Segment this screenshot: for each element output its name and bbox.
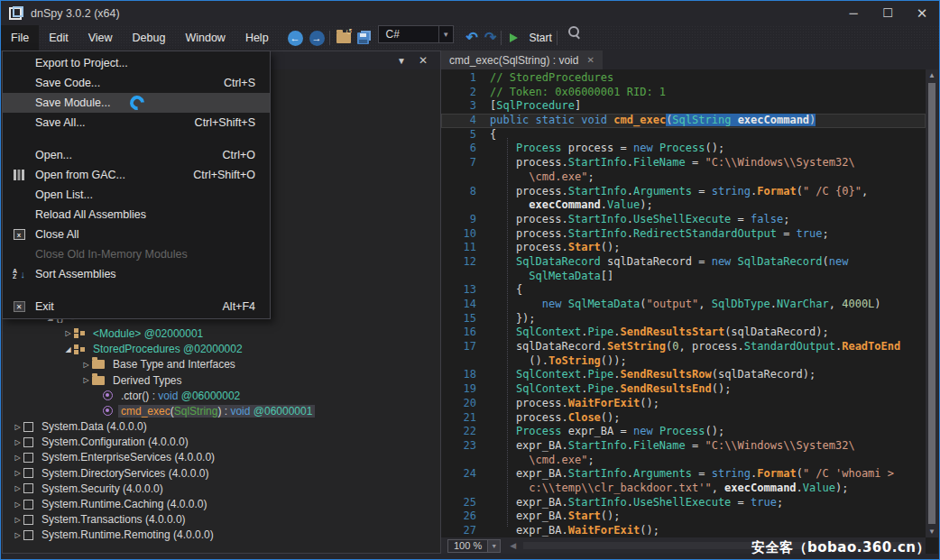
tree-row[interactable]: ▷System.DirectoryServices (4.0.0.0) xyxy=(3,465,440,481)
menu-item-label: Close Old In-Memory Modules xyxy=(35,248,188,261)
expand-expanded-icon[interactable]: ◢ xyxy=(62,345,74,353)
close-panel-icon[interactable]: ✕ xyxy=(419,54,428,67)
chevron-down-icon[interactable]: ▼ xyxy=(438,26,453,42)
menu-help[interactable]: Help xyxy=(235,25,279,50)
tree-row[interactable]: ▷Derived Types xyxy=(3,372,440,388)
expand-collapsed-icon[interactable]: ▷ xyxy=(12,454,23,462)
menu-item-open-from-gac[interactable]: Open from GAC...Ctrl+Shift+O xyxy=(3,165,270,185)
tree-item-label: .ctor() : void @06000002 xyxy=(118,390,243,402)
menu-item-shortcut: Ctrl+O xyxy=(223,149,255,161)
menu-item-open[interactable]: Open...Ctrl+O xyxy=(3,145,270,165)
tab-cmd-exec[interactable]: cmd_exec(SqlString) : void ✕ xyxy=(441,50,603,69)
expand-collapsed-icon[interactable]: ▷ xyxy=(12,469,23,477)
code-text: process.StartInfo.Arguments = string.For… xyxy=(490,185,868,199)
expand-collapsed-icon[interactable]: ▷ xyxy=(12,484,23,492)
expand-collapsed-icon[interactable]: ▷ xyxy=(12,531,23,539)
menu-item-sort-assemblies[interactable]: Sort Assemblies xyxy=(3,264,270,284)
code-text: \cmd.exe"; xyxy=(490,454,594,468)
expand-collapsed-icon[interactable]: ▷ xyxy=(12,500,23,509)
code-text: SqlContext.Pipe.SendResultsStart(sqlData… xyxy=(490,326,829,340)
tree-item-label: StoredProcedures @02000002 xyxy=(90,343,245,355)
tree-row[interactable]: .ctor() : void @06000002 xyxy=(3,388,440,403)
menu-item-export-to-project[interactable]: Export to Project... xyxy=(3,53,270,73)
line-number: 16 xyxy=(441,326,490,340)
tree-row[interactable]: ▷Base Type and Interfaces xyxy=(3,357,440,372)
code-line: 3[SqlProcedure] xyxy=(441,99,926,114)
tree-item-label: System.Security (4.0.0.0) xyxy=(39,482,166,495)
navigate-forward-icon[interactable]: → xyxy=(309,31,325,46)
line-number: 26 xyxy=(441,510,490,524)
scroll-down-icon[interactable]: ▼ xyxy=(928,526,935,537)
menu-item-reload-all-assemblies[interactable]: Reload All Assemblies xyxy=(3,205,270,225)
zoom-select[interactable]: 100 % ▼ xyxy=(447,539,501,553)
menu-item-save-code[interactable]: Save Code...Ctrl+S xyxy=(3,73,270,93)
tree-row[interactable]: ▷System.Runtime.Remoting (4.0.0.0) xyxy=(3,528,440,543)
tree-row[interactable]: cmd_exec(SqlString) : void @06000001 xyxy=(3,403,440,418)
code-text: expr_BA.WaitForExit(); xyxy=(490,524,659,537)
line-number: 4 xyxy=(441,114,490,128)
expand-collapsed-icon[interactable]: ▷ xyxy=(62,329,74,337)
exit-icon xyxy=(14,301,25,312)
undo-icon[interactable]: ↶ xyxy=(466,31,478,45)
indent-guide xyxy=(507,138,508,527)
tree-row[interactable]: ▷System.Transactions (4.0.0.0) xyxy=(3,512,440,528)
sort-icon xyxy=(13,269,25,280)
method-icon xyxy=(103,390,113,400)
expand-collapsed-icon[interactable]: ▷ xyxy=(12,423,23,431)
decompiled-code[interactable]: 1// StoredProcedures2// Token: 0x0600000… xyxy=(441,69,926,537)
tree-row[interactable]: ▷System.Security (4.0.0.0) xyxy=(3,481,440,496)
menu-view[interactable]: View xyxy=(78,25,123,50)
line-number xyxy=(441,354,490,369)
tree-row[interactable]: ▷System.Runtime.Caching (4.0.0.0) xyxy=(3,496,440,511)
language-select[interactable]: C# ▼ xyxy=(378,25,454,43)
scroll-up-icon[interactable]: ▲ xyxy=(928,69,935,81)
menu-file[interactable]: File xyxy=(1,25,39,50)
tree-row[interactable]: ▷System.Configuration (4.0.0.0) xyxy=(3,435,440,450)
tree-row[interactable]: ◢StoredProcedures @02000002 xyxy=(3,342,440,357)
expand-collapsed-icon[interactable]: ▷ xyxy=(12,438,23,446)
navigate-back-icon[interactable]: ← xyxy=(288,31,303,46)
open-file-icon[interactable] xyxy=(336,32,351,43)
menu-item-save-all[interactable]: Save All...Ctrl+Shift+S xyxy=(3,113,270,133)
tree-row[interactable]: ▷System.Data (4.0.0.0) xyxy=(3,419,440,435)
menu-item-close-all[interactable]: Close All xyxy=(3,225,270,244)
code-text: SqlMetaData[] xyxy=(490,270,613,284)
menu-window[interactable]: Window xyxy=(175,25,235,50)
code-text: }); xyxy=(490,312,536,326)
line-number: 13 xyxy=(441,283,490,298)
code-line: 13 { xyxy=(441,283,926,298)
vertical-scrollbar[interactable]: ▲ ▼ xyxy=(926,69,938,537)
start-button[interactable]: Start xyxy=(510,25,551,50)
code-text: c:\\temp\\clr_backdoor.txt'", execComman… xyxy=(490,482,848,496)
close-button[interactable]: ✕ xyxy=(905,1,939,25)
menu-debug[interactable]: Debug xyxy=(123,25,176,50)
redo-icon[interactable]: ↷ xyxy=(484,31,496,45)
expand-collapsed-icon[interactable]: ▷ xyxy=(12,516,23,524)
scroll-left-icon[interactable]: ◀ xyxy=(510,541,516,550)
menu-item-label: Reload All Assemblies xyxy=(35,208,146,221)
maximize-button[interactable]: ☐ xyxy=(871,1,905,25)
menu-edit[interactable]: Edit xyxy=(39,25,78,50)
vertical-scroll-thumb[interactable] xyxy=(928,83,935,524)
line-number: 22 xyxy=(441,425,490,439)
save-all-icon[interactable] xyxy=(357,32,369,44)
chevron-down-icon[interactable]: ▼ xyxy=(487,540,500,552)
code-text: process.StartInfo.RedirectStandardOutput… xyxy=(490,227,829,242)
code-text: expr_BA.StartInfo.Arguments = string.For… xyxy=(490,467,894,482)
tab-close-icon[interactable]: ✕ xyxy=(586,55,594,65)
code-line: 27 expr_BA.WaitForExit(); xyxy=(441,524,926,537)
tree-row[interactable]: ▷<Module> @02000001 xyxy=(3,326,440,341)
tree-row[interactable]: ▷System.EnterpriseServices (4.0.0.0) xyxy=(3,450,440,465)
expand-collapsed-icon[interactable]: ▷ xyxy=(80,376,92,384)
menu-item-open-list[interactable]: Open List... xyxy=(3,185,270,205)
chevron-down-icon[interactable]: ▼ xyxy=(397,56,406,66)
menu-item-save-module[interactable]: Save Module... xyxy=(3,93,270,113)
minimize-button[interactable]: ─ xyxy=(836,1,871,25)
code-text: // StoredProcedures xyxy=(490,71,613,86)
tree-item-label: System.DirectoryServices (4.0.0.0) xyxy=(39,467,211,480)
menu-item-shortcut: Ctrl+Shift+S xyxy=(195,116,255,129)
expand-collapsed-icon[interactable]: ▷ xyxy=(80,361,92,369)
menu-item-exit[interactable]: ExitAlt+F4 xyxy=(3,297,270,317)
titlebar: dnSpy 3.0.2 (x64) ─ ☐ ✕ xyxy=(1,1,939,25)
search-icon[interactable] xyxy=(567,25,580,38)
